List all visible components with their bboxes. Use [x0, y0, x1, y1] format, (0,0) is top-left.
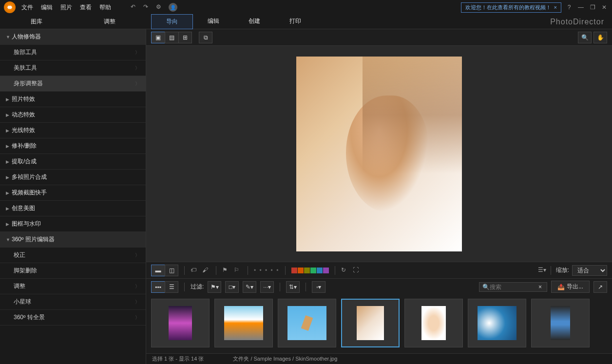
share-icon[interactable]: ↗ — [593, 281, 607, 293]
menu-view[interactable]: 查看 — [80, 3, 92, 12]
filter-star-icon[interactable]: ···▾ — [260, 281, 274, 293]
brand-label: PhotoDirector — [550, 18, 604, 26]
tab-adjust[interactable]: 调整 — [73, 15, 146, 29]
undo-icon[interactable]: ↶ — [131, 3, 138, 11]
panel-single-icon[interactable]: ▬ — [151, 265, 165, 276]
thumbnail-selected[interactable] — [341, 299, 400, 347]
sidebar: ▼人物修饰器 脸部工具〉 美肤工具〉 身形调整器〉 ▶照片特效 ▶动态特效 ▶光… — [0, 29, 146, 364]
preview-image — [296, 57, 462, 251]
panel-split-icon[interactable]: ◫ — [165, 265, 178, 276]
sidebar-multi-comp[interactable]: ▶多祯照片合成 — [0, 170, 146, 185]
welcome-text: 欢迎您！在此查看所有的教程视频！ — [465, 4, 551, 11]
filter-toolbar: ▪▪▪ ☰ 过滤: ⚑▾ □▾ ✎▾ ···▾ ⇅▾ ▫▾ 🔍 × 📤 导出..… — [146, 278, 612, 295]
thumbnail[interactable] — [468, 299, 526, 347]
color-red[interactable] — [291, 268, 297, 273]
sidebar-light-fx[interactable]: ▶光线特效 — [0, 123, 146, 138]
color-yellow[interactable] — [304, 268, 310, 273]
reject-icon[interactable]: ⚐ — [234, 267, 242, 274]
thumbnail[interactable] — [531, 299, 590, 347]
tab-library[interactable]: 图库 — [0, 15, 73, 29]
sidebar-repair[interactable]: ▶修补/删除 — [0, 138, 146, 154]
welcome-banner[interactable]: 欢迎您！在此查看所有的教程视频！ × — [461, 2, 561, 13]
sort-icon[interactable]: ⇅▾ — [286, 281, 300, 293]
menu-file[interactable]: 文件 — [21, 3, 33, 12]
main-menu: 文件 编辑 照片 查看 帮助 — [21, 3, 111, 12]
rating-stars[interactable]: • • • • • — [254, 267, 279, 274]
color-blue[interactable] — [317, 268, 323, 273]
help-icon[interactable]: ? — [565, 3, 573, 11]
tab-guided[interactable]: 导向 — [151, 14, 193, 29]
sidebar-skin-tools[interactable]: 美肤工具〉 — [0, 60, 146, 76]
zoom-label: 缩放: — [556, 266, 569, 274]
clear-search-icon[interactable]: × — [538, 284, 542, 290]
sidebar-frame[interactable]: ▶图框与水印 — [0, 216, 146, 232]
close-banner-icon[interactable]: × — [554, 4, 557, 10]
sidebar-face-tools[interactable]: 脸部工具〉 — [0, 45, 146, 60]
tab-edit[interactable]: 编辑 — [193, 14, 234, 29]
filter-label-icon[interactable]: □▾ — [225, 281, 239, 293]
close-icon[interactable]: ✕ — [600, 3, 608, 11]
minimize-icon[interactable]: — — [577, 3, 585, 11]
menu-photo[interactable]: 照片 — [60, 3, 72, 12]
list-view-icon[interactable]: ☰ — [165, 281, 178, 293]
rating-toolbar: ▬ ◫ 🏷 🖌 ⚑ ⚐ • • • • • ↻ ⛶ — [146, 262, 612, 278]
sidebar-extract[interactable]: ▶提取/合成 — [0, 154, 146, 170]
view-grid-icon[interactable]: ⊞ — [178, 32, 192, 43]
thumbnail[interactable] — [151, 299, 210, 347]
rotate-icon[interactable]: ↻ — [341, 267, 349, 274]
flag-icon[interactable]: ⚑ — [222, 267, 230, 274]
status-path: Sample Images / SkinSmoother.jpg — [254, 356, 338, 362]
thumbnail[interactable] — [278, 299, 336, 347]
thumb-view-icon[interactable]: ▪▪▪ — [151, 281, 165, 293]
brush-icon[interactable]: 🖌 — [202, 267, 210, 274]
filter-flag-icon[interactable]: ⚑▾ — [208, 281, 221, 293]
sidebar-tripod-remove[interactable]: 脚架删除 — [0, 263, 146, 279]
photo-viewer[interactable] — [146, 46, 612, 262]
tab-create[interactable]: 创建 — [234, 14, 275, 29]
pan-tool-icon[interactable]: ✋ — [593, 32, 607, 43]
crop-icon[interactable]: ⛶ — [353, 267, 361, 274]
view-compare-icon[interactable]: ▤ — [165, 32, 178, 43]
zoom-select[interactable]: 适合 — [572, 265, 607, 276]
view-mirror-icon[interactable]: ⧉ — [199, 32, 212, 43]
menu-edit[interactable]: 编辑 — [41, 3, 53, 12]
sidebar-little-planet[interactable]: 小星球〉 — [0, 294, 146, 310]
zoom-tool-icon[interactable]: 🔍 — [578, 32, 592, 43]
redo-icon[interactable]: ↷ — [143, 3, 151, 11]
sidebar-dynamic-fx[interactable]: ▶动态特效 — [0, 107, 146, 123]
app-logo — [4, 1, 16, 13]
thumbnail[interactable] — [214, 299, 273, 347]
list-icon[interactable]: ☰▾ — [538, 267, 546, 274]
sidebar-correct[interactable]: 校正〉 — [0, 248, 146, 263]
sidebar-360-editor[interactable]: ▼360º 照片编辑器 — [0, 232, 146, 248]
user-icon[interactable]: 👤 — [169, 3, 177, 12]
color-purple[interactable] — [323, 268, 329, 273]
color-green[interactable] — [310, 268, 316, 273]
view-single-icon[interactable]: ▣ — [151, 32, 165, 43]
search-box[interactable]: 🔍 × — [479, 282, 547, 292]
statusbar: 选择 1 张 - 显示 14 张 文件夹 / Sample Images / S… — [146, 353, 612, 364]
sidebar-video-snap[interactable]: ▶视频截图快手 — [0, 185, 146, 201]
settings-icon[interactable]: ⚙ — [156, 3, 164, 11]
sidebar-photo-fx[interactable]: ▶照片特效 — [0, 92, 146, 107]
menu-help[interactable]: 帮助 — [99, 3, 111, 12]
sidebar-to-pano[interactable]: 360º 转全景〉 — [0, 310, 146, 326]
titlebar: 文件 编辑 照片 查看 帮助 ↶ ↷ ⚙ 👤 欢迎您！在此查看所有的教程视频！ … — [0, 0, 612, 15]
tag-icon[interactable]: 🏷 — [191, 267, 198, 274]
sidebar-creative[interactable]: ▶创意美图 — [0, 201, 146, 216]
maximize-icon[interactable]: ❐ — [589, 3, 596, 11]
status-folder-label: 文件夹 — [233, 356, 249, 362]
sidebar-adjust-360[interactable]: 调整〉 — [0, 279, 146, 294]
thumbnail[interactable] — [404, 299, 463, 347]
filter-label: 过滤: — [191, 283, 204, 291]
tab-print[interactable]: 打印 — [275, 14, 316, 29]
sidebar-body-shaper[interactable]: 身形调整器〉 — [0, 76, 146, 92]
search-input[interactable] — [490, 284, 538, 290]
filter-edit-icon[interactable]: ✎▾ — [243, 281, 256, 293]
content-area: ▣ ▤ ⊞ ⧉ 🔍 ✋ ▬ ◫ 🏷 🖌 ⚑ ⚐ • • — [146, 29, 612, 364]
color-orange[interactable] — [298, 268, 304, 273]
sidebar-people-retouch[interactable]: ▼人物修饰器 — [0, 29, 146, 45]
stack-icon[interactable]: ▫▾ — [312, 281, 325, 293]
export-button[interactable]: 📤 导出... — [551, 281, 590, 293]
color-labels — [291, 268, 329, 273]
